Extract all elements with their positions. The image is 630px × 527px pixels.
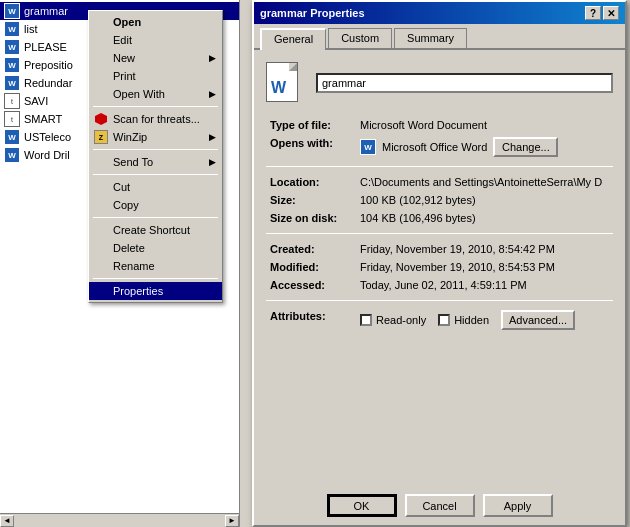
submenu-arrow-icon: ▶ [209, 157, 216, 167]
scroll-track [16, 517, 223, 525]
prop-value: Read-only Hidden Advanced... [356, 307, 613, 333]
big-file-icon: W [266, 62, 306, 104]
file-icon-inner: W [266, 62, 298, 102]
txt-icon: t [4, 111, 20, 127]
tab-label: Custom [341, 32, 379, 44]
dialog-footer: OK Cancel Apply [254, 494, 625, 517]
prop-value: Friday, November 19, 2010, 8:54:53 PM [356, 258, 613, 276]
scroll-right-btn[interactable]: ► [225, 515, 239, 527]
menu-item-open-with[interactable]: Open With ▶ [89, 85, 222, 103]
dialog-body: W Type of file: Microsoft Word Document … [254, 50, 625, 345]
prop-label: Created: [266, 240, 356, 258]
menu-item-label: Cut [113, 181, 130, 193]
help-button[interactable]: ? [585, 6, 601, 20]
readonly-label: Read-only [376, 314, 426, 326]
menu-item-label: New [113, 52, 135, 64]
dialog-title: grammar Properties [260, 7, 365, 19]
menu-item-create-shortcut[interactable]: Create Shortcut [89, 221, 222, 239]
word-icon: W [4, 75, 20, 91]
separator [266, 166, 613, 167]
menu-item-properties[interactable]: Properties [89, 282, 222, 300]
word-icon: W [4, 39, 20, 55]
txt-icon: t [4, 93, 20, 109]
word-icon: W [4, 21, 20, 37]
tab-general[interactable]: General [260, 28, 326, 50]
menu-item-send-to[interactable]: Send To ▶ [89, 153, 222, 171]
close-button[interactable]: ✕ [603, 6, 619, 20]
menu-item-open[interactable]: Open [89, 13, 222, 31]
scroll-left-btn[interactable]: ◄ [0, 515, 14, 527]
separator [266, 233, 613, 234]
tab-summary[interactable]: Summary [394, 28, 467, 48]
file-name: Redundar [24, 77, 72, 89]
prop-value: Friday, November 19, 2010, 8:54:42 PM [356, 240, 613, 258]
hidden-checkbox[interactable] [438, 314, 450, 326]
file-name: list [24, 23, 37, 35]
prop-value: C:\Documents and Settings\AntoinetteSerr… [356, 173, 613, 191]
menu-item-label: Print [113, 70, 136, 82]
properties-dialog: grammar Properties ? ✕ General Custom Su… [252, 0, 627, 527]
prop-value: Today, June 02, 2011, 4:59:11 PM [356, 276, 613, 294]
word-icon: W [4, 57, 20, 73]
ok-button[interactable]: OK [327, 494, 397, 517]
modified-row: Modified: Friday, November 19, 2010, 8:5… [266, 258, 613, 276]
menu-item-label: Delete [113, 242, 145, 254]
menu-item-delete[interactable]: Delete [89, 239, 222, 257]
readonly-checkbox[interactable] [360, 314, 372, 326]
menu-item-label: Open With [113, 88, 165, 100]
type-of-file-row: Type of file: Microsoft Word Document [266, 116, 613, 134]
cancel-button[interactable]: Cancel [405, 494, 475, 517]
separator [266, 300, 613, 301]
menu-item-print[interactable]: Print [89, 67, 222, 85]
context-menu: Open Edit New ▶ Print Open With ▶ Scan f… [88, 10, 223, 303]
tab-bar: General Custom Summary [254, 24, 625, 50]
file-name: PLEASE [24, 41, 67, 53]
menu-item-label: Properties [113, 285, 163, 297]
prop-value: 100 KB (102,912 bytes) [356, 191, 613, 209]
prop-label: Type of file: [266, 116, 356, 134]
tab-custom[interactable]: Custom [328, 28, 392, 48]
apply-button[interactable]: Apply [483, 494, 553, 517]
hidden-label: Hidden [454, 314, 489, 326]
menu-item-scan-threats[interactable]: Scan for threats... [89, 110, 222, 128]
menu-item-label: Send To [113, 156, 153, 168]
tab-label: General [274, 33, 313, 45]
dialog-controls: ? ✕ [585, 6, 619, 20]
word-w-label: W [271, 79, 286, 97]
menu-item-new[interactable]: New ▶ [89, 49, 222, 67]
file-name: USTeleco [24, 131, 71, 143]
prop-value: Microsoft Word Document [356, 116, 613, 134]
properties-table-2: Location: C:\Documents and Settings\Anto… [266, 173, 613, 227]
prop-label: Modified: [266, 258, 356, 276]
created-row: Created: Friday, November 19, 2010, 8:54… [266, 240, 613, 258]
accessed-row: Accessed: Today, June 02, 2011, 4:59:11 … [266, 276, 613, 294]
file-name: SAVI [24, 95, 48, 107]
change-button[interactable]: Change... [493, 137, 558, 157]
tab-label: Summary [407, 32, 454, 44]
file-name-input[interactable] [316, 73, 613, 93]
menu-item-label: WinZip [113, 131, 147, 143]
menu-item-label: Open [113, 16, 141, 28]
prop-label: Attributes: [266, 307, 356, 333]
file-name: Prepositio [24, 59, 73, 71]
hidden-checkbox-item: Hidden [438, 314, 489, 326]
menu-item-label: Create Shortcut [113, 224, 190, 236]
attributes-row: Attributes: Read-only Hidden Advanced... [266, 307, 613, 333]
menu-item-rename[interactable]: Rename [89, 257, 222, 275]
menu-item-winzip[interactable]: Z WinZip ▶ [89, 128, 222, 146]
advanced-button[interactable]: Advanced... [501, 310, 575, 330]
submenu-arrow-icon: ▶ [209, 132, 216, 142]
opens-with-row: Opens with: W Microsoft Office Word Chan… [266, 134, 613, 160]
winzip-icon: Z [93, 129, 109, 145]
menu-separator [93, 174, 218, 175]
prop-label: Location: [266, 173, 356, 191]
horizontal-scrollbar[interactable]: ◄ ► [0, 513, 239, 527]
office-word-icon: W [360, 139, 376, 155]
menu-item-edit[interactable]: Edit [89, 31, 222, 49]
menu-item-label: Rename [113, 260, 155, 272]
properties-table: Type of file: Microsoft Word Document Op… [266, 116, 613, 160]
size-row: Size: 100 KB (102,912 bytes) [266, 191, 613, 209]
menu-item-copy[interactable]: Copy [89, 196, 222, 214]
menu-item-cut[interactable]: Cut [89, 178, 222, 196]
file-header: W [266, 62, 613, 104]
